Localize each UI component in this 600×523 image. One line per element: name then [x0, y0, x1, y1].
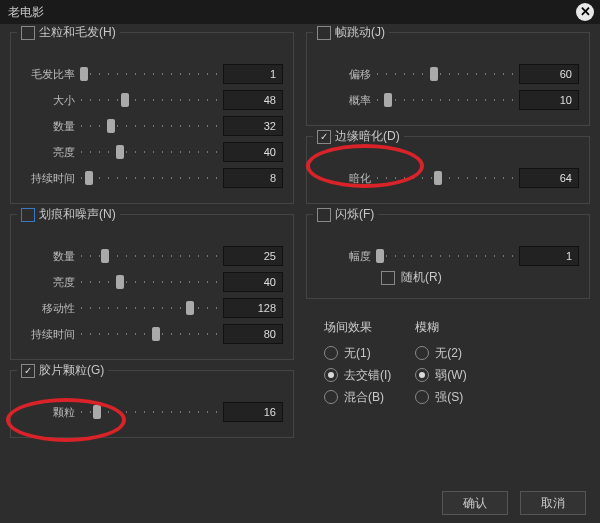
slider-label: 颗粒	[17, 405, 75, 420]
radio-field-0[interactable]	[324, 346, 338, 360]
group-title-label: 帧跳动(J)	[335, 24, 385, 41]
group-scratch-noise: 划痕和噪声(N) 数量25亮度40移动性128持续时间80	[10, 214, 294, 360]
slider-scratch-0[interactable]	[81, 246, 217, 266]
checkbox-frame-jitter[interactable]	[317, 26, 331, 40]
checkbox-dust-hair[interactable]	[21, 26, 35, 40]
slider-label: 数量	[17, 249, 75, 264]
radio-label: 去交错(I)	[344, 367, 391, 384]
slider-flick-0[interactable]	[377, 246, 513, 266]
slider-label: 亮度	[17, 275, 75, 290]
group-title-label: 边缘暗化(D)	[335, 128, 400, 145]
ok-button[interactable]: 确认	[442, 491, 508, 515]
cancel-button[interactable]: 取消	[520, 491, 586, 515]
slider-jitter-0[interactable]	[377, 64, 513, 84]
slider-label: 持续时间	[17, 327, 75, 342]
group-title-label: 胶片颗粒(G)	[39, 362, 104, 379]
radio-field-2[interactable]	[324, 390, 338, 404]
slider-value[interactable]: 1	[519, 246, 579, 266]
slider-value[interactable]: 64	[519, 168, 579, 188]
slider-grain-0[interactable]	[81, 402, 217, 422]
radio-label: 强(S)	[435, 389, 463, 406]
checkbox-flicker[interactable]	[317, 208, 331, 222]
slider-label: 概率	[313, 93, 371, 108]
slider-value[interactable]: 60	[519, 64, 579, 84]
slider-scratch-1[interactable]	[81, 272, 217, 292]
radio-label: 混合(B)	[344, 389, 384, 406]
slider-dust-4[interactable]	[81, 168, 217, 188]
radio-label: 无(2)	[435, 345, 462, 362]
slider-label: 持续时间	[17, 171, 75, 186]
slider-value[interactable]: 40	[223, 142, 283, 162]
slider-scratch-3[interactable]	[81, 324, 217, 344]
slider-value[interactable]: 48	[223, 90, 283, 110]
slider-value[interactable]: 25	[223, 246, 283, 266]
slider-value[interactable]: 128	[223, 298, 283, 318]
group-radios: 场间效果 无(1)去交错(I)混合(B) 模糊 无(2)弱(W)强(S)	[306, 309, 590, 416]
radio-blur-2[interactable]	[415, 390, 429, 404]
slider-label: 幅度	[313, 249, 371, 264]
slider-label: 暗化	[313, 171, 371, 186]
slider-dust-0[interactable]	[81, 64, 217, 84]
radio-field-1[interactable]	[324, 368, 338, 382]
slider-value[interactable]: 16	[223, 402, 283, 422]
blur-label: 模糊	[415, 319, 466, 336]
group-title-label: 划痕和噪声(N)	[39, 206, 116, 223]
slider-label: 亮度	[17, 145, 75, 160]
checkbox-random[interactable]	[381, 271, 395, 285]
checkbox-scratch-noise[interactable]	[21, 208, 35, 222]
slider-label: 移动性	[17, 301, 75, 316]
slider-dust-2[interactable]	[81, 116, 217, 136]
group-film-grain: ✓ 胶片颗粒(G) 颗粒16	[10, 370, 294, 438]
field-effect-label: 场间效果	[324, 319, 391, 336]
slider-scratch-2[interactable]	[81, 298, 217, 318]
group-frame-jitter: 帧跳动(J) 偏移60概率10	[306, 32, 590, 126]
slider-value[interactable]: 32	[223, 116, 283, 136]
radio-blur-0[interactable]	[415, 346, 429, 360]
slider-value[interactable]: 40	[223, 272, 283, 292]
slider-value[interactable]: 80	[223, 324, 283, 344]
title-bar: 老电影 ✕	[0, 0, 600, 24]
slider-label: 毛发比率	[17, 67, 75, 82]
group-vignette: ✓ 边缘暗化(D) 暗化64	[306, 136, 590, 204]
radio-label: 无(1)	[344, 345, 371, 362]
slider-vig-0[interactable]	[377, 168, 513, 188]
slider-dust-3[interactable]	[81, 142, 217, 162]
checkbox-film-grain[interactable]: ✓	[21, 364, 35, 378]
group-title-label: 闪烁(F)	[335, 206, 374, 223]
slider-label: 数量	[17, 119, 75, 134]
group-title-label: 尘粒和毛发(H)	[39, 24, 116, 41]
group-flicker: 闪烁(F) 幅度1 随机(R)	[306, 214, 590, 299]
slider-label: 大小	[17, 93, 75, 108]
radio-blur-1[interactable]	[415, 368, 429, 382]
slider-value[interactable]: 10	[519, 90, 579, 110]
slider-label: 偏移	[313, 67, 371, 82]
slider-value[interactable]: 8	[223, 168, 283, 188]
slider-dust-1[interactable]	[81, 90, 217, 110]
slider-value[interactable]: 1	[223, 64, 283, 84]
dialog-title: 老电影	[8, 0, 44, 24]
group-dust-hair: 尘粒和毛发(H) 毛发比率1大小48数量32亮度40持续时间8	[10, 32, 294, 204]
close-icon[interactable]: ✕	[576, 3, 594, 21]
radio-label: 弱(W)	[435, 367, 466, 384]
checkbox-vignette[interactable]: ✓	[317, 130, 331, 144]
slider-jitter-1[interactable]	[377, 90, 513, 110]
random-label: 随机(R)	[401, 269, 442, 286]
